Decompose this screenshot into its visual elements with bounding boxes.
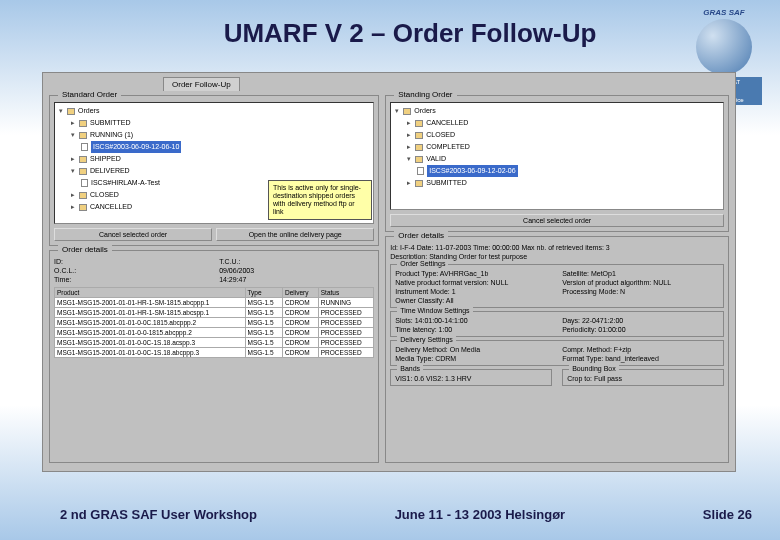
doc-icon [81,179,88,187]
standing-order-details-legend: Order details [394,231,448,240]
standing-order-tree[interactable]: ▾Orders ▸CANCELLED ▸CLOSED ▸COMPLETED ▾V… [390,102,724,210]
folder-icon [79,120,87,127]
cancel-standing-order-button[interactable]: Cancel selected order [390,214,724,227]
expand-icon[interactable]: ▾ [57,105,64,117]
table-row: MSG1-MSG15-2001-01-01-HR-1-SM-1815.abcsp… [55,308,374,318]
order-items-table[interactable]: Product Type Delivery Status MSG1-MSG15-… [54,287,374,358]
order-details-legend: Order details [58,245,112,254]
col-delivery[interactable]: Delivery [283,288,319,298]
folder-icon [415,180,423,187]
time-window-legend: Time Window Settings [397,306,472,315]
folder-icon [79,156,87,163]
tree-item[interactable]: VALID [426,153,446,165]
col-status[interactable]: Status [318,288,373,298]
delivery-settings-legend: Delivery Settings [397,335,456,344]
bbox-legend: Bounding Box [569,364,619,373]
folder-icon [67,108,75,115]
table-row: MSG1-MSG15-2001-01-01-HR-1-SM-1815.abcpp… [55,298,374,308]
app-window: Order Follow-Up Standard Order ▾Orders ▸… [42,72,736,472]
folder-icon [403,108,411,115]
tree-root: Orders [78,105,99,117]
tree-item[interactable]: CLOSED [426,129,455,141]
footer-center: June 11 - 13 2003 Helsingør [395,507,566,522]
tree-item-selected[interactable]: ISCS#2003-06-09-12-02-06 [427,165,517,177]
folder-icon [415,132,423,139]
footer-right: Slide 26 [703,507,752,522]
folder-icon [79,204,87,211]
col-type[interactable]: Type [245,288,283,298]
table-row: MSG1-MSG15-2001-01-01-0-0C-1S.18.acspp.3… [55,338,374,348]
logo-text: GRAS SAF [686,8,762,17]
table-row: MSG1-MSG15-2001-01-01-0-0-1815.abcppp.2M… [55,328,374,338]
tree-item[interactable]: CANCELLED [90,201,132,213]
order-settings-legend: Order Settings [397,259,448,268]
open-delivery-button[interactable]: Open the online delivery page [216,228,374,241]
tree-item-selected[interactable]: ISCS#2003-06-09-12-06-10 [91,141,181,153]
folder-icon [79,168,87,175]
doc-icon [417,167,424,175]
table-row: MSG1-MSG15-2001-01-01-0-0C-1S.18.abcppp.… [55,348,374,358]
tree-item[interactable]: SUBMITTED [90,117,130,129]
tree-item[interactable]: SUBMITTED [426,177,466,189]
tree-root: Orders [414,105,435,117]
tree-item[interactable]: SHIPPED [90,153,121,165]
tree-item[interactable]: CANCELLED [426,117,468,129]
globe-icon [696,19,752,75]
folder-icon [79,132,87,139]
tab-order-follow-up[interactable]: Order Follow-Up [163,77,240,91]
tree-item[interactable]: CLOSED [90,189,119,201]
folder-icon [79,192,87,199]
bands-legend: Bands [397,364,423,373]
tooltip: This is active only for single-destinati… [268,180,372,220]
tree-item[interactable]: COMPLETED [426,141,470,153]
standard-order-legend: Standard Order [58,90,121,99]
tree-item[interactable]: RUNNING (1) [90,129,133,141]
col-product[interactable]: Product [55,288,246,298]
table-row: MSG1-MSG15-2001-01-01-0-0C.1815.abcppp.2… [55,318,374,328]
slide-title: UMARF V 2 – Order Follow-Up [0,0,780,49]
folder-icon [415,156,423,163]
cancel-order-button[interactable]: Cancel selected order [54,228,212,241]
folder-icon [415,120,423,127]
order-header-line: Id: I-F-4 Date: 11-07-2003 Time: 00:00:0… [390,243,724,252]
slide-footer: 2 nd GRAS SAF User Workshop June 11 - 13… [0,507,780,522]
tree-item[interactable]: ISCS#HIRLAM-A-Test [91,177,160,189]
standing-order-legend: Standing Order [394,90,456,99]
folder-icon [415,144,423,151]
footer-left: 2 nd GRAS SAF User Workshop [60,507,257,522]
doc-icon [81,143,88,151]
tree-item[interactable]: DELIVERED [90,165,130,177]
